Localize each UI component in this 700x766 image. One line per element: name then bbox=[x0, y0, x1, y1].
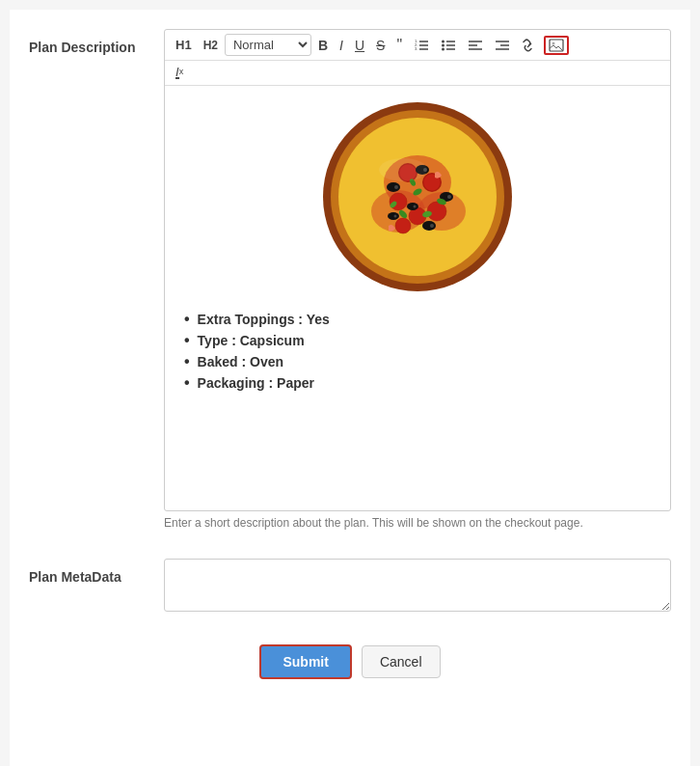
image-button[interactable] bbox=[544, 36, 569, 55]
description-hint: Enter a short description about the plan… bbox=[164, 516, 671, 530]
plan-description-label: Plan Description bbox=[29, 29, 164, 58]
cancel-button[interactable]: Cancel bbox=[362, 645, 441, 678]
submit-button[interactable]: Submit bbox=[259, 644, 351, 679]
list-item: Packaging : Paper bbox=[184, 374, 651, 392]
format-select[interactable]: Normal Heading 1 Heading 2 Heading 3 bbox=[225, 34, 311, 56]
plan-metadata-label: Plan MetaData bbox=[29, 559, 164, 588]
svg-point-44 bbox=[388, 212, 399, 220]
plan-description-field: H1 H2 Normal Heading 1 Heading 2 Heading… bbox=[164, 29, 671, 530]
metadata-input[interactable] bbox=[164, 559, 671, 612]
page-container: Plan Description H1 H2 Normal Heading 1 … bbox=[10, 10, 690, 766]
list-item: Type : Capsicum bbox=[184, 332, 651, 349]
form-buttons: Submit Cancel bbox=[29, 644, 671, 679]
svg-point-39 bbox=[447, 195, 451, 199]
svg-point-52 bbox=[379, 158, 427, 181]
editor-toolbar: H1 H2 Normal Heading 1 Heading 2 Heading… bbox=[165, 30, 670, 61]
svg-point-10 bbox=[442, 43, 444, 46]
svg-point-19 bbox=[552, 41, 555, 44]
list-item: Extra Toppings : Yes bbox=[184, 311, 651, 328]
svg-text:3.: 3. bbox=[415, 46, 417, 51]
svg-point-11 bbox=[442, 47, 444, 50]
svg-point-43 bbox=[430, 224, 434, 228]
ordered-list-button[interactable]: 1.2.3. bbox=[409, 36, 434, 55]
italic-button[interactable]: I bbox=[335, 36, 348, 55]
blockquote-button[interactable]: " bbox=[391, 35, 407, 56]
h2-button[interactable]: H2 bbox=[199, 37, 223, 54]
editor-content-area[interactable]: Extra Toppings : Yes Type : Capsicum Bak… bbox=[165, 86, 670, 510]
plan-description-row: Plan Description H1 H2 Normal Heading 1 … bbox=[29, 29, 671, 530]
svg-point-45 bbox=[394, 215, 397, 218]
pizza-image bbox=[184, 100, 651, 293]
svg-point-33 bbox=[395, 218, 411, 233]
clear-format-button[interactable]: I x bbox=[171, 63, 188, 81]
link-button[interactable] bbox=[517, 36, 542, 55]
underline-button[interactable]: U bbox=[350, 36, 369, 55]
strikethrough-button[interactable]: S bbox=[371, 36, 390, 55]
svg-point-41 bbox=[414, 205, 417, 208]
svg-point-9 bbox=[442, 40, 444, 42]
description-list: Extra Toppings : Yes Type : Capsicum Bak… bbox=[184, 311, 651, 392]
svg-point-40 bbox=[407, 203, 418, 210]
plan-metadata-field bbox=[164, 559, 671, 616]
h1-button[interactable]: H1 bbox=[171, 36, 197, 54]
plan-metadata-row: Plan MetaData bbox=[29, 559, 671, 616]
svg-point-37 bbox=[394, 185, 398, 189]
list-item: Baked : Oven bbox=[184, 353, 651, 370]
unordered-list-button[interactable] bbox=[436, 36, 461, 55]
bold-button[interactable]: B bbox=[313, 36, 333, 55]
align-left-button[interactable] bbox=[463, 36, 488, 55]
align-right-button[interactable] bbox=[490, 36, 515, 55]
rich-text-editor: H1 H2 Normal Heading 1 Heading 2 Heading… bbox=[164, 29, 671, 511]
